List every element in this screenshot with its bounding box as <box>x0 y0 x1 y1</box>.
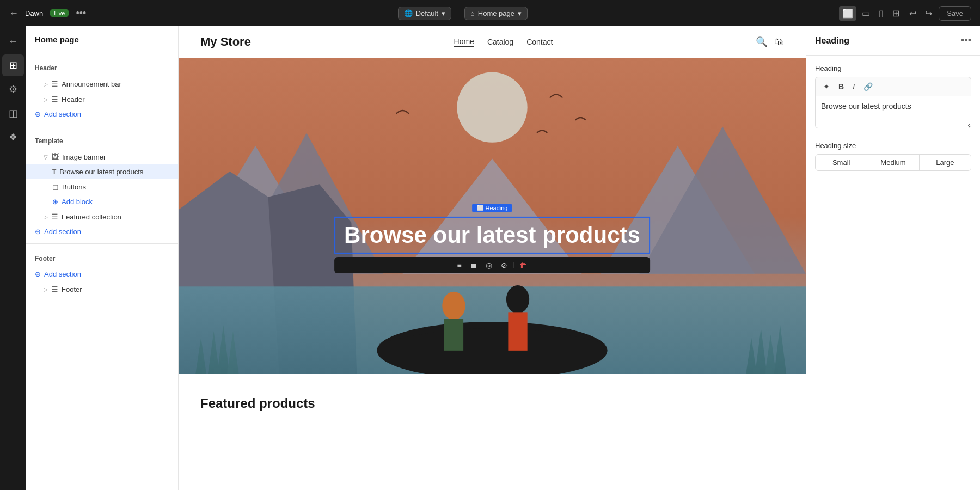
save-button[interactable]: Save <box>939 6 971 21</box>
size-options: Small Medium Large <box>815 154 971 171</box>
plus-icon: ⊕ <box>52 198 58 206</box>
heading-badge: ⬜ Heading <box>473 203 512 212</box>
store-nav: My Store Home Catalog Contact 🔍 🛍 <box>179 26 806 58</box>
heading-size-section: Heading size Small Medium Large <box>815 142 971 171</box>
redo-button[interactable]: ↪ <box>923 6 934 21</box>
nav-link-home[interactable]: Home <box>454 37 474 47</box>
left-panel-header: Home page <box>26 26 178 53</box>
template-section-label: Template <box>35 137 169 145</box>
heading-badge-text: Heading <box>486 204 508 211</box>
plus-icon: ⊕ <box>35 110 41 118</box>
add-section-label: Add section <box>44 228 81 236</box>
toolbar-divider: | <box>513 262 514 268</box>
topbar: ← Dawn Live ••• 🌐 Default ▾ ⌂ Home page … <box>0 0 980 26</box>
rich-text-toolbar: ✦ B I 🔗 <box>815 77 971 96</box>
toolbar-settings-button[interactable]: ◎ <box>482 259 495 271</box>
magic-button[interactable]: ✦ <box>820 81 833 93</box>
header-label: Header <box>62 95 169 103</box>
sidebar-icon-bar: ← ⊞ ⚙ ◫ ❖ <box>0 26 26 490</box>
sidebar-item-announcement-bar[interactable]: ▷ ☰ Announcement bar <box>26 76 178 91</box>
link-button[interactable]: 🔗 <box>860 81 876 93</box>
mobile-device-button[interactable]: ▯ <box>875 6 887 21</box>
buttons-icon: ◻ <box>52 182 59 191</box>
svg-point-21 <box>506 285 529 314</box>
add-block-button[interactable]: ⊕ Add block <box>26 194 178 209</box>
header-add-section-button[interactable]: ⊕ Add section <box>26 107 178 121</box>
desktop-device-button[interactable]: ⬜ <box>839 6 856 21</box>
sidebar-item-featured-collection[interactable]: ▷ ☰ Featured collection <box>26 209 178 224</box>
left-panel: Home page Header ▷ ☰ Announcement bar ▷ … <box>26 26 179 490</box>
toolbar-delete-button[interactable]: 🗑 <box>516 259 530 271</box>
template-add-section-button[interactable]: ⊕ Add section <box>26 224 178 239</box>
svg-rect-22 <box>508 312 527 351</box>
sidebar-item-buttons[interactable]: ◻ Buttons <box>26 179 178 194</box>
svg-rect-20 <box>444 318 463 351</box>
expand-arrow-icon: ▷ <box>44 214 48 220</box>
bold-button[interactable]: B <box>835 81 847 93</box>
back-button[interactable]: ← <box>9 8 19 19</box>
store-nav-actions: 🔍 🛍 <box>756 36 784 48</box>
heading-toolbar: ≡ ≣ ◎ ⊘ | 🗑 <box>334 256 650 273</box>
nav-link-catalog[interactable]: Catalog <box>487 38 513 46</box>
search-icon-button[interactable]: 🔍 <box>756 36 768 48</box>
header-icon: ☰ <box>51 95 58 103</box>
right-panel-body: Heading ✦ B I 🔗 Heading size Small Mediu… <box>806 56 980 191</box>
featured-collection-label: Featured collection <box>62 213 169 221</box>
heading-text-box[interactable]: Browse our latest products <box>334 216 650 253</box>
add-section-label: Add section <box>44 270 81 278</box>
heading-textarea[interactable] <box>815 96 971 128</box>
footer-add-section-button[interactable]: ⊕ Add section <box>26 267 178 281</box>
preview-area: My Store Home Catalog Contact 🔍 🛍 <box>179 26 806 490</box>
svg-point-1 <box>457 72 527 143</box>
sidebar-item-image-banner[interactable]: ▽ 🖼 Image banner <box>26 149 178 164</box>
sidebar-item-browse-heading[interactable]: T Browse our latest products <box>26 164 178 179</box>
sidebar-item-footer[interactable]: ▷ ☰ Footer <box>26 281 178 297</box>
size-small-button[interactable]: Small <box>816 155 867 170</box>
undo-button[interactable]: ↩ <box>907 6 918 21</box>
expand-arrow-icon: ▷ <box>44 96 48 102</box>
chevron-down-icon: ▾ <box>442 9 445 17</box>
cart-icon-button[interactable]: 🛍 <box>774 36 784 48</box>
home-icon: ⌂ <box>470 9 475 17</box>
back-icon-button[interactable]: ← <box>2 30 24 52</box>
toolbar-align-left-button[interactable]: ≡ <box>454 259 465 271</box>
sections-icon-button[interactable]: ⊞ <box>2 54 24 76</box>
blocks-icon-button[interactable]: ❖ <box>2 126 24 148</box>
layout-device-button[interactable]: ⊞ <box>889 6 903 21</box>
featured-products-title: Featured products <box>200 396 784 411</box>
italic-button[interactable]: I <box>849 81 858 93</box>
main-layout: ← ⊞ ⚙ ◫ ❖ Home page Header ▷ ☰ Announcem… <box>0 26 980 490</box>
sidebar-item-header[interactable]: ▷ ☰ Header <box>26 91 178 107</box>
toolbar-align-center-button[interactable]: ≣ <box>467 259 480 271</box>
size-medium-button[interactable]: Medium <box>867 155 918 170</box>
topbar-center: 🌐 Default ▾ ⌂ Home page ▾ <box>398 7 528 20</box>
tablet-device-button[interactable]: ▭ <box>859 6 873 21</box>
store-name: My Store <box>200 35 251 49</box>
right-panel-more-button[interactable]: ••• <box>961 35 971 46</box>
toolbar-hide-button[interactable]: ⊘ <box>498 259 511 271</box>
plus-icon: ⊕ <box>35 228 41 236</box>
expand-arrow-icon: ▷ <box>44 286 48 292</box>
announcement-bar-icon: ☰ <box>51 79 58 88</box>
add-section-label: Add section <box>44 110 81 118</box>
topbar-right: ⬜ ▭ ▯ ⊞ ↩ ↪ Save <box>839 6 971 21</box>
expand-arrow-down-icon: ▽ <box>44 154 48 160</box>
live-badge: Live <box>50 9 69 17</box>
nav-link-contact[interactable]: Contact <box>526 38 553 46</box>
footer-icon: ☰ <box>51 285 58 293</box>
size-large-button[interactable]: Large <box>919 155 971 170</box>
svg-point-19 <box>442 292 465 320</box>
topbar-more-button[interactable]: ••• <box>76 8 86 19</box>
hero-banner: ⬜ Heading Browse our latest products ≡ ≣ <box>179 58 806 374</box>
hero-background: ⬜ Heading Browse our latest products ≡ ≣ <box>179 58 806 374</box>
right-panel-header: Heading ••• <box>806 26 980 56</box>
theme-selector[interactable]: 🌐 Default ▾ <box>398 7 451 20</box>
page-label: Home page <box>478 9 514 17</box>
settings-icon-button[interactable]: ⚙ <box>2 78 24 100</box>
template-group-label: Template <box>26 131 178 149</box>
page-selector[interactable]: ⌂ Home page ▾ <box>464 7 528 20</box>
footer-group-label: Footer <box>26 248 178 267</box>
preview-frame: My Store Home Catalog Contact 🔍 🛍 <box>179 26 806 490</box>
image-banner-icon: 🖼 <box>51 152 59 161</box>
apps-icon-button[interactable]: ◫ <box>2 102 24 124</box>
